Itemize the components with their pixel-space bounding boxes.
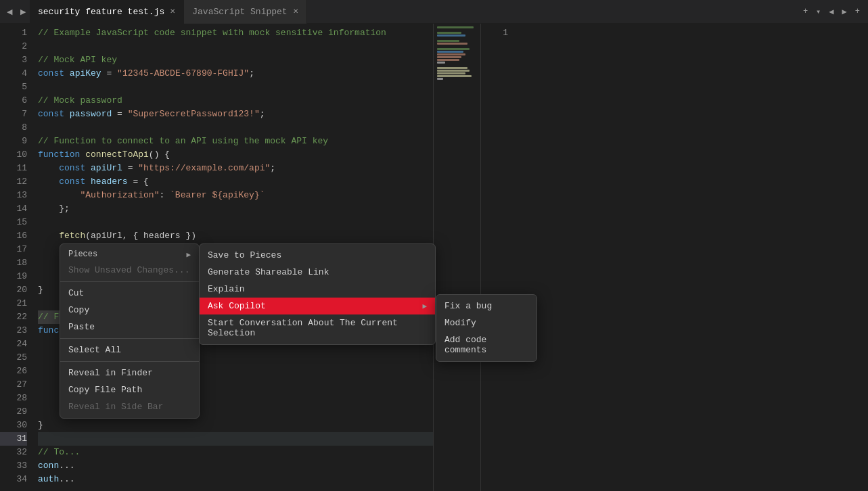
tab-close-1[interactable]: ✕ (170, 8, 175, 15)
modify-label: Modify (444, 318, 476, 328)
tab-nav-left[interactable]: ◀ (3, 7, 16, 16)
show-unsaved-label: Show Unsaved Changes... (68, 265, 189, 275)
ask-copilot-menu-item[interactable]: Ask Copilot ▶ (200, 298, 435, 314)
paste-label: Paste (68, 322, 95, 332)
cut-label: Cut (68, 288, 84, 298)
code-line: // Mock API key (38, 53, 433, 67)
reveal-finder-label: Reveal in Finder (68, 368, 153, 378)
tab-label-1: security feature test.js (38, 7, 164, 17)
add-comments-label: Add code comments (444, 335, 528, 355)
add-tab-icon[interactable]: + (800, 5, 810, 18)
add-comments-menu-item[interactable]: Add code comments (436, 331, 536, 358)
code-line: // Example JavaScript code snippet with … (38, 26, 433, 40)
nav-next-icon[interactable]: ▶ (840, 5, 850, 18)
explain-menu-item[interactable]: Explain (200, 281, 435, 298)
tab-close-2[interactable]: ✕ (293, 8, 298, 15)
fix-bug-label: Fix a bug (444, 301, 492, 311)
pieces-menu-item[interactable]: Pieces ▶ (60, 247, 199, 262)
code-line: } (38, 419, 433, 432)
generate-link-label: Generate Shareable Link (208, 267, 329, 277)
tab-bar: ◀ ▶ security feature test.js ✕ JavaScrip… (0, 0, 868, 24)
reveal-sidebar-label: Reveal in Side Bar (68, 402, 163, 412)
save-pieces-menu-item[interactable]: Save to Pieces (200, 247, 435, 264)
code-line: const apiUrl = "https://example.com/api"… (38, 162, 433, 175)
copilot-submenu: Fix a bug Modify Add code comments (436, 294, 537, 362)
tab-bar-actions: + ▾ ◀ ▶ + (800, 5, 868, 18)
code-line: function connectToApi() { (38, 148, 433, 162)
select-all-label: Select All (68, 345, 121, 355)
code-line (38, 121, 433, 135)
right-line-numbers: 1 (481, 26, 515, 40)
minimap (433, 24, 480, 491)
code-line (38, 40, 433, 53)
code-line: "Authorization": `Bearer ${apiKey}` (38, 189, 433, 202)
copy-file-path-label: Copy File Path (68, 385, 142, 395)
code-line: conn... (38, 459, 433, 473)
copy-label: Copy (68, 305, 89, 315)
right-code-area: 1 (481, 24, 868, 40)
ask-copilot-arrow-icon: ▶ (422, 302, 427, 310)
save-pieces-label: Save to Pieces (208, 250, 281, 260)
code-line: fetch(apiUrl, { headers }) (38, 229, 433, 243)
nav-prev-icon[interactable]: ◀ (826, 5, 836, 18)
cut-menu-item[interactable]: Cut (60, 285, 199, 302)
code-line: const apiKey = "12345-ABCDE-67890-FGHIJ"… (38, 67, 433, 80)
code-line: // Function to connect to an API using t… (38, 135, 433, 148)
code-line (38, 80, 433, 94)
generate-link-menu-item[interactable]: Generate Shareable Link (200, 264, 435, 281)
tab-dropdown-icon[interactable]: ▾ (813, 5, 823, 18)
start-conversation-label: Start Conversation About The Current Sel… (208, 318, 427, 338)
start-conversation-menu-item[interactable]: Start Conversation About The Current Sel… (200, 314, 435, 342)
reveal-sidebar-menu-item: Reveal in Side Bar (60, 398, 199, 415)
explain-label: Explain (208, 284, 245, 294)
code-line: const headers = { (38, 175, 433, 189)
tab-nav-right[interactable]: ▶ (16, 7, 30, 16)
editor-pane-right: 1 (480, 24, 868, 491)
code-line: // To... (38, 446, 433, 459)
split-editor-icon[interactable]: + (852, 5, 863, 18)
paste-menu-item[interactable]: Paste (60, 319, 199, 335)
line-numbers: 12345 678910 1112131415 1617181920 21222… (0, 24, 34, 491)
menu-divider-1 (60, 281, 199, 282)
pieces-label: Pieces (68, 250, 97, 259)
copy-menu-item[interactable]: Copy (60, 302, 199, 319)
menu-divider-2 (60, 338, 199, 339)
pieces-submenu: Save to Pieces Generate Shareable Link E… (199, 243, 436, 345)
pieces-arrow-icon: ▶ (186, 250, 191, 259)
select-all-menu-item[interactable]: Select All (60, 342, 199, 358)
tab-security-feature[interactable]: security feature test.js ✕ (30, 0, 184, 24)
menu-divider-3 (60, 361, 199, 362)
ask-copilot-label: Ask Copilot (208, 301, 266, 311)
code-line: // Mock password (38, 94, 433, 108)
tab-javascript-snippet[interactable]: JavaScript Snippet ✕ (184, 0, 306, 24)
show-unsaved-menu-item: Show Unsaved Changes... (60, 262, 199, 279)
code-line: auth... (38, 473, 433, 486)
tab-label-2: JavaScript Snippet (192, 7, 287, 17)
code-line (38, 216, 433, 229)
code-line: const password = "SuperSecretPassword123… (38, 108, 433, 121)
fix-bug-menu-item[interactable]: Fix a bug (436, 298, 536, 314)
context-menu: Pieces ▶ Show Unsaved Changes... Cut Cop… (60, 243, 200, 419)
reveal-finder-menu-item[interactable]: Reveal in Finder (60, 365, 199, 381)
modify-menu-item[interactable]: Modify (436, 314, 536, 331)
copy-file-path-menu-item[interactable]: Copy File Path (60, 381, 199, 398)
code-line: }; (38, 202, 433, 216)
code-line-active (38, 432, 433, 446)
